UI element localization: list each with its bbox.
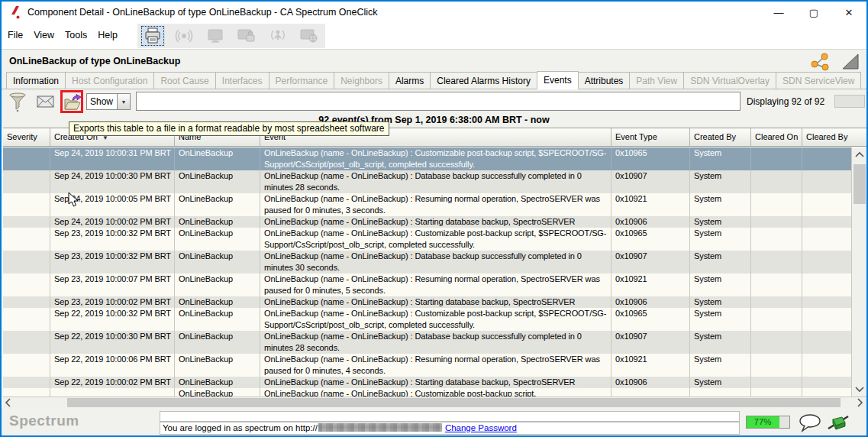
table-row[interactable]: Sep 22, 2019 10:00:30 PM BRTOnLineBackup…	[3, 331, 851, 354]
scroll-down-icon[interactable]	[853, 383, 866, 395]
tab-performance[interactable]: Performance	[269, 72, 335, 89]
corner-triangle-icon[interactable]	[841, 52, 860, 71]
menu-view[interactable]: View	[34, 30, 54, 40]
cell-created-on: Sep 23, 2019 10:00:32 PM BRT	[50, 228, 175, 251]
horizontal-scrollbar[interactable]	[3, 397, 868, 408]
vertical-scrollbar[interactable]	[851, 147, 866, 397]
change-password-link[interactable]: Change Password	[445, 423, 517, 432]
tab-interfaces[interactable]: Interfaces	[215, 72, 269, 89]
minimize-button[interactable]: —	[761, 2, 796, 23]
cell-event-type: 0x10921	[611, 354, 690, 377]
load-progress-box	[834, 95, 865, 108]
column-header-severity[interactable]: Severity	[3, 128, 50, 146]
cell-name: OnLineBackup	[175, 331, 260, 354]
cell-name: OnLineBackup	[175, 216, 260, 228]
cell-event-type: 0x10921	[611, 193, 690, 216]
speech-bubble-icon[interactable]	[798, 413, 822, 436]
spectrum-logo: Spectrum	[9, 413, 79, 429]
print-icon[interactable]	[140, 25, 165, 47]
cell-cleared-by	[802, 274, 851, 296]
column-header-event-type[interactable]: Event Type	[611, 128, 690, 146]
cell-event-type: 0x10965	[611, 147, 690, 170]
cell-created-on: Sep 24, 2019 10:00:02 PM BRT	[50, 216, 175, 228]
show-dropdown[interactable]: Show ▼	[86, 93, 131, 110]
app-logo-icon	[9, 5, 21, 19]
table-row[interactable]: Sep 23, 2019 10:00:07 PM BRTOnLineBackup…	[3, 274, 851, 296]
table-row[interactable]: Sep 22, 2019 10:00:02 PM BRTOnLineBackup…	[3, 377, 851, 388]
cell-event: OnLineBackup (name - OnLineBackup) : Res…	[260, 354, 611, 377]
table-row[interactable]: Sep 23, 2019 10:00:32 PM BRTOnLineBackup…	[3, 228, 851, 251]
person-signal-icon[interactable]	[266, 25, 290, 47]
menu-help[interactable]: Help	[98, 30, 118, 40]
horizontal-scroll-thumb[interactable]	[67, 398, 841, 407]
cell-created-on: Sep 22, 2019 10:00:06 PM BRT	[50, 354, 175, 377]
tab-sdn-serviceview[interactable]: SDN ServiceView	[776, 72, 861, 89]
cell-severity	[3, 308, 50, 331]
cell-event: OnLineBackup (name - OnLineBackup) : Cus…	[260, 147, 611, 170]
cell-cleared-on	[751, 388, 802, 397]
cell-event: OnLineBackup (name - OnLineBackup) : Dat…	[260, 170, 611, 193]
cell-created-on: Sep 24, 2019 10:00:30 PM BRT	[50, 170, 175, 193]
cell-name: OnLineBackup	[175, 147, 260, 170]
table-row[interactable]: Sep 23, 2019 10:00:02 PM BRTOnLineBackup…	[3, 296, 851, 308]
cell-event: OnLineBackup (name - OnLineBackup) : Sta…	[260, 296, 611, 308]
tab-events[interactable]: Events	[537, 71, 579, 89]
menu-tools[interactable]: Tools	[65, 30, 87, 40]
monitor-lock-icon[interactable]	[234, 25, 259, 47]
column-header-cleared-by[interactable]: Cleared By	[802, 128, 866, 146]
broadcast-icon[interactable]	[172, 25, 196, 47]
table-row[interactable]: Sep 22, 2019 10:00:32 PM BRTOnLineBackup…	[3, 308, 851, 331]
column-header-created-by[interactable]: Created By	[690, 128, 751, 146]
cell-severity	[3, 251, 50, 274]
cell-event: OnLineBackup (name - OnLineBackup) : Sta…	[260, 377, 611, 388]
topology-share-icon[interactable]	[810, 52, 830, 71]
cell-cleared-on	[751, 331, 802, 354]
tab-attributes[interactable]: Attributes	[578, 72, 631, 89]
tab-root-cause[interactable]: Root Cause	[153, 72, 215, 89]
column-header-cleared-on[interactable]: Cleared On	[751, 128, 802, 146]
table-row[interactable]: Sep 24, 2019 10:00:05 PM BRTOnLineBackup…	[3, 193, 851, 216]
events-table: Sep 24, 2019 10:00:31 PM BRTOnLineBackup…	[3, 147, 851, 397]
cell-severity	[3, 170, 50, 193]
email-icon[interactable]	[37, 95, 54, 111]
export-table-icon[interactable]	[63, 93, 82, 115]
table-row[interactable]: OnLineBackupOnLineBackup (name - OnLineB…	[3, 388, 851, 397]
table-row[interactable]: Sep 24, 2019 10:00:31 PM BRTOnLineBackup…	[3, 147, 851, 170]
cell-created-by: System	[690, 331, 751, 354]
monitor-globe-icon[interactable]	[297, 25, 321, 47]
cell-severity	[3, 388, 50, 397]
table-row[interactable]: Sep 23, 2019 10:00:32 PM BRTOnLineBackup…	[3, 251, 851, 274]
cell-cleared-by	[802, 388, 851, 397]
menu-file[interactable]: File	[8, 30, 23, 40]
cell-cleared-on	[751, 274, 802, 296]
cell-cleared-by	[802, 193, 851, 216]
tab-host-configuration[interactable]: Host Configuration	[65, 72, 154, 89]
vertical-scroll-thumb[interactable]	[853, 164, 866, 204]
event-filter-input[interactable]	[136, 92, 741, 111]
tab-information[interactable]: Information	[6, 72, 66, 89]
tab-alarms[interactable]: Alarms	[389, 72, 431, 89]
cell-cleared-by	[802, 251, 851, 274]
scroll-up-icon[interactable]	[853, 149, 866, 161]
cell-cleared-by	[802, 170, 851, 193]
cell-event: OnLineBackup (name - OnLineBackup) : Res…	[260, 274, 611, 296]
connector-icon[interactable]	[827, 413, 850, 436]
tab-cleared-alarms-history[interactable]: Cleared Alarms History	[430, 72, 537, 89]
window-title: Component Detail - OnLineBackup of type …	[27, 7, 378, 18]
table-row[interactable]: Sep 24, 2019 10:00:02 PM BRTOnLineBackup…	[3, 216, 851, 228]
scroll-right-icon[interactable]	[854, 397, 866, 408]
scroll-left-icon[interactable]	[3, 397, 15, 408]
table-row[interactable]: Sep 22, 2019 10:00:06 PM BRTOnLineBackup…	[3, 354, 851, 377]
close-button[interactable]: ✕	[831, 2, 866, 23]
table-row[interactable]: Sep 24, 2019 10:00:30 PM BRTOnLineBackup…	[3, 170, 851, 193]
toolbar	[137, 24, 325, 48]
tab-neighbors[interactable]: Neighbors	[334, 72, 389, 89]
cell-cleared-on	[751, 296, 802, 308]
cell-cleared-on	[751, 170, 802, 193]
maximize-button[interactable]: ▢	[796, 2, 831, 23]
tab-sdn-virtualoverlay[interactable]: SDN VirtualOverlay	[683, 72, 776, 89]
cell-event: OnLineBackup (name - OnLineBackup) : Dat…	[260, 251, 611, 274]
cell-event-type: 0x10921	[611, 274, 690, 296]
tab-path-view[interactable]: Path View	[629, 72, 684, 89]
monitor-icon[interactable]	[203, 25, 227, 47]
